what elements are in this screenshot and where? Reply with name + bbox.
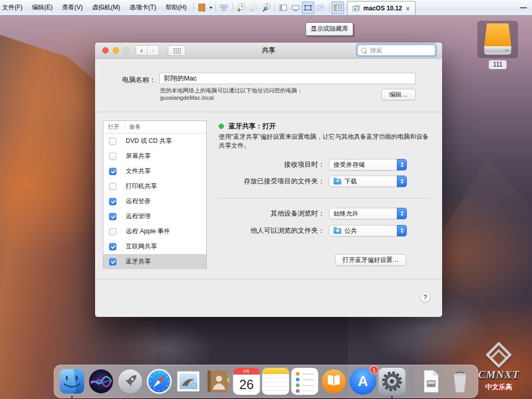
checkbox[interactable] <box>109 168 116 175</box>
menu-edit[interactable]: 编辑(E) <box>27 1 57 14</box>
bluetooth-status: 蓝牙共享：打开 <box>219 122 276 131</box>
unity-button <box>314 2 327 14</box>
edit-button[interactable]: 编辑… <box>381 89 416 100</box>
minimize-window-button[interactable] <box>113 47 119 54</box>
service-label: 远程 Apple 事件 <box>126 227 170 236</box>
close-window-button[interactable] <box>102 47 109 54</box>
dock-siri-icon[interactable] <box>88 368 115 395</box>
bluetooth-description: 使用“蓝牙共享”偏好设置来设置电脑，让它与其他具备蓝牙功能的电脑和设备共享文件。 <box>219 132 432 150</box>
external-drive-icon <box>484 23 511 56</box>
checkbox[interactable] <box>109 243 116 250</box>
dock-ibooks-icon[interactable] <box>321 368 348 395</box>
fullscreen-icon <box>303 4 313 11</box>
checkbox[interactable] <box>109 228 116 235</box>
checkbox[interactable] <box>109 183 116 190</box>
tab-close-icon[interactable]: × <box>405 5 410 12</box>
pause-icon <box>196 4 207 11</box>
service-label: 远程管理 <box>126 212 151 221</box>
accepted-items-folder-popup[interactable]: 下载 <box>329 176 407 187</box>
popup-stepper-icon <box>397 225 407 236</box>
help-button[interactable]: ? <box>420 291 431 302</box>
checkbox[interactable] <box>109 153 116 160</box>
service-row-screen-sharing[interactable]: 屏幕共享 <box>103 149 206 164</box>
receive-items-popup[interactable]: 接受并存储 <box>329 159 407 170</box>
menu-help[interactable]: 帮助(H) <box>161 1 192 14</box>
toolbar-separator <box>274 3 275 12</box>
fullscreen-button[interactable] <box>302 2 314 14</box>
back-button[interactable]: ‹ <box>136 45 148 56</box>
menu-tabs[interactable]: 选项卡(T) <box>125 1 161 14</box>
dock-dmg-document-icon[interactable] <box>418 368 445 395</box>
monitor-view-button[interactable] <box>289 2 302 14</box>
device-browsing-popup[interactable]: 始终允许 <box>329 208 407 219</box>
window-titlebar[interactable]: ‹ › 共享 <box>95 43 442 59</box>
show-all-preferences-button[interactable] <box>168 45 185 56</box>
service-row-remote-login[interactable]: 远程登录 <box>103 194 206 209</box>
vm-tab-title: macOS 10.12 <box>363 5 402 12</box>
description-line2: guoxiangdeMac.local <box>160 94 303 101</box>
service-row-internet-sharing[interactable]: 互联网共享 <box>103 239 206 254</box>
service-row-file-sharing[interactable]: 文件共享 <box>103 164 206 179</box>
dock-calendar-icon[interactable]: 5月 26 <box>233 368 260 395</box>
dock-reminders-icon[interactable] <box>291 368 318 395</box>
open-bluetooth-preferences-button[interactable]: 打开蓝牙偏好设置… <box>335 254 406 266</box>
disk-label: 111 <box>489 60 507 69</box>
library-tooltip: 显示或隐藏库 <box>305 22 353 36</box>
dock-system-preferences-icon[interactable] <box>379 368 406 395</box>
popup-value: 始终允许 <box>334 209 358 218</box>
minimize-icon[interactable] <box>520 7 527 8</box>
running-indicator <box>71 396 73 398</box>
column-service: 服务 <box>125 123 141 131</box>
public-folder-icon <box>334 228 341 234</box>
browse-folder-popup[interactable]: 公共 <box>329 225 407 236</box>
manage-snapshots-button[interactable] <box>260 2 272 14</box>
checkbox[interactable] <box>109 138 116 145</box>
dock-contacts-icon[interactable] <box>204 368 231 395</box>
field-label: 存放已接受项目的文件夹： <box>219 177 329 186</box>
service-label: 打印机共享 <box>126 182 157 191</box>
checkbox[interactable] <box>109 213 116 220</box>
desktop: 显示或隐藏库 111 ‹ › 共享 <box>0 16 532 399</box>
library-toggle-button[interactable] <box>331 2 344 14</box>
grid-icon <box>173 48 181 54</box>
detail-divider <box>218 198 431 198</box>
search-input[interactable] <box>369 46 432 55</box>
services-header: 打开 服务 <box>103 121 206 134</box>
console-view-icon <box>278 4 288 11</box>
monitor-view-icon <box>291 4 300 11</box>
running-indicator <box>391 396 393 398</box>
service-row-printer-sharing[interactable]: 打印机共享 <box>103 179 206 194</box>
checkbox[interactable] <box>109 198 116 205</box>
service-row-bluetooth-sharing[interactable]: 蓝牙共享 <box>103 254 206 269</box>
vmware-toolbar: 文件(F) 编辑(E) 查看(V) 虚拟机(M) 选项卡(T) 帮助(H) <box>0 0 532 16</box>
dock-notes-icon[interactable] <box>262 368 289 395</box>
field-label: 接收项目时： <box>219 160 329 169</box>
dock-mail-icon[interactable] <box>175 368 202 395</box>
search-field[interactable] <box>357 45 435 56</box>
dock-launchpad-icon[interactable] <box>117 368 144 395</box>
dock-safari-icon[interactable] <box>146 368 173 395</box>
vm-tab-macos[interactable]: macOS 10.12 × <box>347 1 415 15</box>
checkbox[interactable] <box>109 258 116 265</box>
send-ctrl-alt-del-button[interactable] <box>218 2 230 14</box>
dock-trash-icon[interactable] <box>447 368 474 395</box>
service-row-remote-apple-events[interactable]: 远程 Apple 事件 <box>103 224 206 239</box>
service-row-dvd-cd-sharing[interactable]: DVD 或 CD 共享 <box>103 134 206 149</box>
description-line1: 您的本地网络上的电脑可以通过以下地址访问您的电脑： <box>160 87 303 94</box>
dock-finder-icon[interactable] <box>59 368 86 395</box>
menu-file[interactable]: 文件(F) <box>0 1 27 14</box>
separator <box>95 112 442 112</box>
menu-vm[interactable]: 虚拟机(M) <box>87 1 125 14</box>
computer-name-input[interactable] <box>159 73 416 84</box>
separator <box>95 279 442 280</box>
console-view-button[interactable] <box>277 2 289 14</box>
service-row-remote-management[interactable]: 远程管理 <box>103 209 206 224</box>
services-list: 打开 服务 DVD 或 CD 共享 屏幕共享 文件共享 <box>103 121 207 269</box>
dock-app-store-icon[interactable]: 1 <box>350 368 377 395</box>
take-snapshot-button[interactable] <box>235 2 247 14</box>
menu-view[interactable]: 查看(V) <box>57 1 87 14</box>
desktop-disk-icon[interactable]: 111 <box>477 21 518 73</box>
service-label: 屏幕共享 <box>126 152 151 161</box>
pause-button[interactable] <box>196 2 213 14</box>
computer-name-description: 您的本地网络上的电脑可以通过以下地址访问您的电脑： guoxiangdeMac.… <box>160 87 303 101</box>
